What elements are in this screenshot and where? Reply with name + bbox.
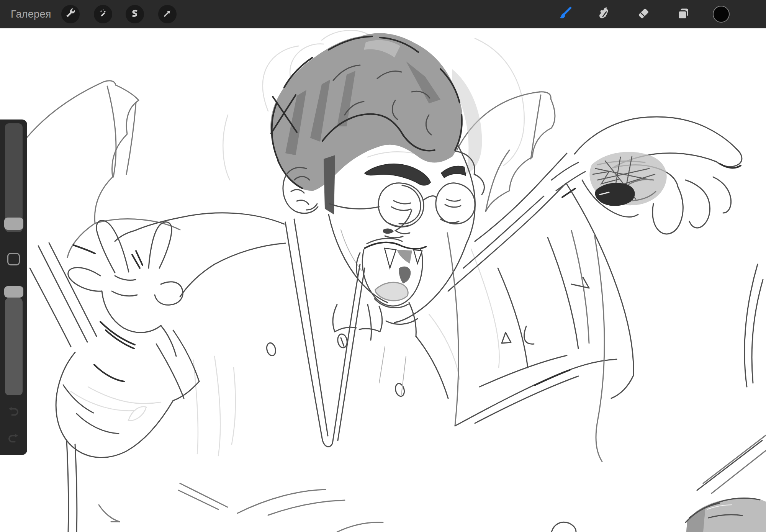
hair	[270, 33, 484, 214]
smudge-tool-button[interactable]	[596, 7, 612, 22]
button	[394, 383, 406, 398]
button	[265, 342, 277, 357]
brush-size-slider[interactable]	[5, 123, 23, 232]
transform-button[interactable]	[158, 5, 177, 23]
right-eye	[445, 205, 461, 207]
actions-button[interactable]	[61, 5, 80, 23]
right-arm-hand	[448, 117, 742, 291]
fang	[414, 250, 422, 264]
gallery-button[interactable]: Галерея	[11, 0, 51, 28]
undo-button[interactable]	[6, 405, 21, 420]
paint-tool-button[interactable]	[557, 7, 573, 22]
brush-icon	[557, 6, 573, 23]
smudge-finger-icon	[596, 6, 612, 23]
bottom-right-shape	[686, 498, 766, 532]
magic-wand-icon	[98, 8, 108, 20]
adjustments-button[interactable]	[94, 5, 112, 23]
brush-size-thumb[interactable]	[4, 218, 23, 230]
mouth	[357, 238, 426, 308]
eraser-icon	[636, 6, 651, 23]
left-arm-claw	[56, 213, 285, 532]
brush-sidebar	[0, 119, 27, 455]
glasses	[329, 183, 475, 227]
canvas-sketch	[0, 28, 766, 532]
redo-icon	[7, 432, 20, 447]
tongue	[375, 282, 408, 301]
layers-icon	[676, 6, 691, 23]
opacity-slider[interactable]	[5, 298, 23, 395]
app-window: Галерея	[0, 0, 766, 532]
modify-button[interactable]	[7, 253, 20, 265]
drawing-canvas[interactable]	[0, 28, 766, 532]
selection-button[interactable]	[126, 5, 144, 23]
right-sleeve	[447, 183, 766, 493]
erase-tool-button[interactable]	[636, 7, 651, 22]
opacity-thumb[interactable]	[4, 286, 23, 298]
robe-hem	[99, 483, 576, 532]
layers-button[interactable]	[676, 7, 691, 22]
fang	[385, 248, 396, 268]
redo-button[interactable]	[6, 432, 21, 447]
left-eye	[391, 207, 411, 210]
arrow-cursor-icon	[162, 8, 172, 20]
top-toolbar: Галерея	[0, 0, 766, 28]
wrench-icon	[65, 8, 75, 20]
s-lasso-icon	[130, 8, 140, 20]
undo-icon	[7, 405, 20, 420]
eyebrows	[365, 164, 466, 185]
color-swatch[interactable]	[713, 6, 730, 23]
